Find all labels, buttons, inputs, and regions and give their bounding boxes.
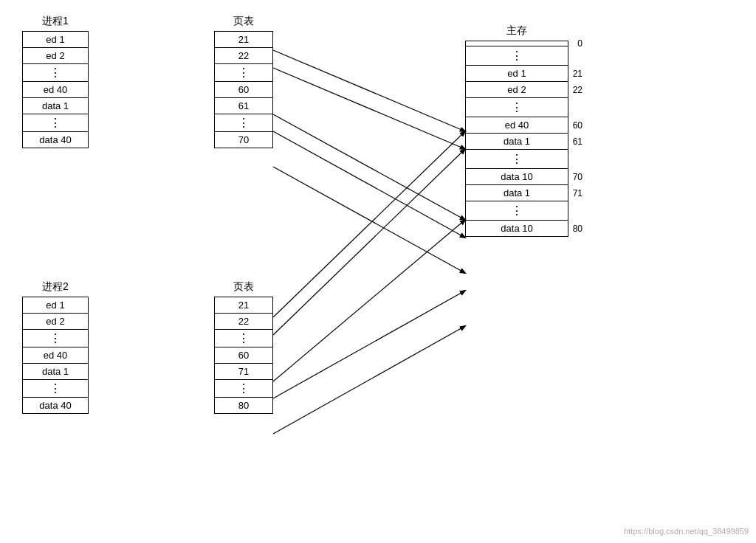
mem-row-data10a: data 10 70 (465, 168, 568, 184)
pagetable2-table: 21 22 ⋮ 60 71 ⋮ 80 (214, 297, 273, 414)
table-row: 71 (215, 364, 273, 380)
table-row: ed 1 (23, 32, 89, 48)
table-row: ⋮ (23, 380, 89, 398)
mem-label-70: 70 (573, 172, 583, 182)
proc1-row-6: data 40 (23, 132, 89, 148)
proc2-row-5: ⋮ (23, 380, 89, 398)
main-memory-title: 主存 (465, 24, 568, 38)
proc2-row-1: ed 2 (23, 314, 89, 330)
mem-row-ed1: ed 1 21 (465, 65, 568, 81)
pagetable1-table: 21 22 ⋮ 60 61 ⋮ 70 (214, 31, 273, 148)
mem-cell-data10a: data 10 (466, 169, 568, 184)
table-row: ed 40 (23, 82, 89, 98)
main-memory-box: 主存 0 ⋮ ed 1 21 ed 2 22 ⋮ (465, 41, 568, 237)
proc1-row-3: ed 40 (23, 82, 89, 98)
table-row: ed 40 (23, 347, 89, 364)
table-row: 70 (215, 132, 273, 148)
mem-row-data10b: data 10 80 (465, 220, 568, 237)
mem-label-60: 60 (573, 120, 583, 131)
mem-row-data1b: data 1 71 (465, 184, 568, 201)
mem-row-data1: data 1 61 (465, 133, 568, 149)
pt2-row-6: 80 (215, 398, 273, 414)
mem-cell-ed40: ed 40 (466, 117, 568, 133)
watermark-text: https://blog.csdn.net/qq_38499859 (624, 527, 749, 536)
proc1-row-1: ed 2 (23, 48, 89, 64)
pt1-row-2: ⋮ (215, 64, 273, 82)
proc2-row-4: data 1 (23, 364, 89, 380)
pt1-row-1: 22 (215, 48, 273, 64)
main-memory-table: 0 ⋮ ed 1 21 ed 2 22 ⋮ ed 40 60 (465, 41, 568, 237)
mem-row-dots3: ⋮ (465, 149, 568, 168)
pagetable2-title: 页表 (214, 280, 273, 294)
proc2-row-3: ed 40 (23, 347, 89, 364)
svg-line-6 (273, 149, 465, 335)
table-row: data 40 (23, 398, 89, 414)
mem-label-61: 61 (573, 136, 583, 147)
mem-label-71: 71 (573, 188, 583, 198)
process2-table: ed 1 ed 2 ⋮ ed 40 data 1 ⋮ data 40 (22, 297, 89, 414)
svg-line-5 (273, 131, 465, 317)
mem-label-0: 0 (577, 38, 583, 49)
mem-cell-ed1: ed 1 (466, 66, 568, 81)
proc1-row-5: ⋮ (23, 114, 89, 132)
table-row: 80 (215, 398, 273, 414)
table-row: 61 (215, 98, 273, 114)
mem-label-80: 80 (573, 224, 583, 234)
table-row: 22 (215, 314, 273, 330)
table-row: 21 (215, 297, 273, 314)
proc2-row-2: ⋮ (23, 330, 89, 347)
process1-box: 进程1 ed 1 ed 2 ⋮ ed 40 data 1 ⋮ data 40 (22, 15, 89, 148)
mem-cell-dots1: ⋮ (466, 46, 568, 65)
pt1-row-3: 60 (215, 82, 273, 98)
mem-label-21: 21 (573, 69, 583, 79)
mem-row-0: 0 (465, 41, 568, 46)
pt2-row-3: 60 (215, 347, 273, 364)
table-row: ⋮ (23, 330, 89, 347)
pt1-row-0: 21 (215, 32, 273, 48)
process2-box: 进程2 ed 1 ed 2 ⋮ ed 40 data 1 ⋮ data 40 (22, 280, 89, 414)
pt2-row-4: 71 (215, 364, 273, 380)
mem-row-ed2: ed 2 22 (465, 81, 568, 97)
table-row: data 40 (23, 132, 89, 148)
table-row: ⋮ (23, 114, 89, 132)
mem-row-dots1: ⋮ (465, 46, 568, 65)
mem-row-ed40: ed 40 60 (465, 117, 568, 133)
mem-cell-dots4: ⋮ (466, 201, 568, 220)
table-row: ⋮ (215, 114, 273, 132)
svg-line-3 (273, 131, 465, 238)
proc1-row-2: ⋮ (23, 64, 89, 82)
svg-line-2 (273, 114, 465, 220)
svg-line-1 (273, 68, 465, 149)
proc1-row-0: ed 1 (23, 32, 89, 48)
proc1-row-4: data 1 (23, 98, 89, 114)
proc2-row-0: ed 1 (23, 297, 89, 314)
pt2-row-0: 21 (215, 297, 273, 314)
mem-row-dots2: ⋮ (465, 97, 568, 117)
mem-cell-data1: data 1 (466, 134, 568, 149)
table-row: 22 (215, 48, 273, 64)
table-row: ed 2 (23, 314, 89, 330)
diagram-container: 进程1 ed 1 ed 2 ⋮ ed 40 data 1 ⋮ data 40 页… (0, 0, 756, 543)
process2-title: 进程2 (22, 280, 89, 294)
svg-line-9 (273, 326, 465, 434)
svg-line-7 (273, 220, 465, 381)
mem-cell-ed2: ed 2 (466, 82, 568, 97)
table-row: data 1 (23, 364, 89, 380)
table-row: ⋮ (215, 380, 273, 398)
table-row: ed 1 (23, 297, 89, 314)
mem-label-22: 22 (573, 85, 583, 95)
table-row: ⋮ (23, 64, 89, 82)
mem-cell-dots2: ⋮ (466, 98, 568, 117)
mem-cell-data10b: data 10 (466, 221, 568, 236)
mem-row-dots4: ⋮ (465, 201, 568, 220)
table-row: ed 2 (23, 48, 89, 64)
proc2-row-6: data 40 (23, 398, 89, 414)
table-row: ⋮ (215, 330, 273, 347)
svg-line-4 (273, 167, 465, 273)
process1-title: 进程1 (22, 15, 89, 28)
table-row: 21 (215, 32, 273, 48)
mem-cell-data1b: data 1 (466, 185, 568, 201)
table-row: 60 (215, 347, 273, 364)
pt2-row-2: ⋮ (215, 330, 273, 347)
pt2-row-5: ⋮ (215, 380, 273, 398)
